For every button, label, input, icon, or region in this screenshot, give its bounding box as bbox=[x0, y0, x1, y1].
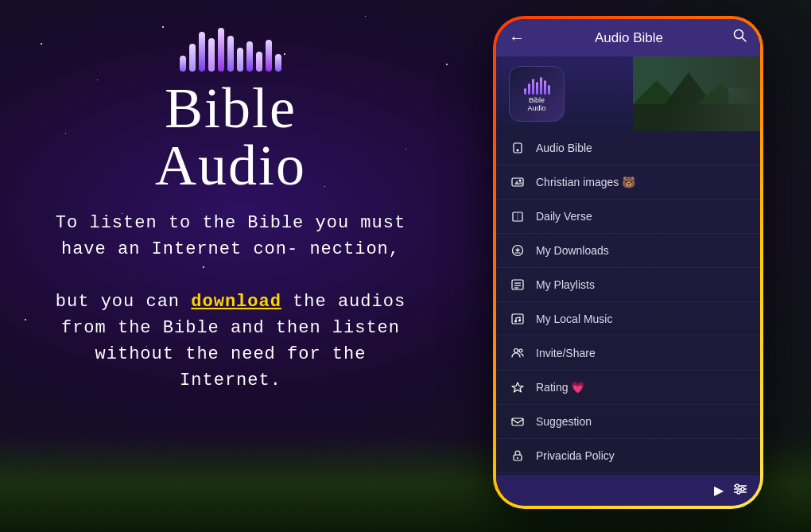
svg-point-29 bbox=[517, 457, 518, 459]
menu-item-3[interactable]: My Downloads bbox=[496, 234, 760, 268]
menu-item-icon-8 bbox=[509, 413, 526, 430]
menu-item-label-0: Audio Bible bbox=[536, 142, 592, 154]
app-logo-section: BibleAudio bbox=[496, 56, 760, 131]
title-line1: Bible bbox=[165, 76, 297, 140]
app-logo-icon: BibleAudio bbox=[509, 66, 565, 122]
svg-line-1 bbox=[742, 37, 746, 41]
logo-bar-0 bbox=[524, 88, 526, 95]
audio-bar-10 bbox=[275, 54, 281, 72]
svg-marker-5 bbox=[665, 72, 712, 104]
menu-item-icon-1 bbox=[509, 173, 526, 191]
menu-item-8[interactable]: Suggestion bbox=[496, 405, 760, 439]
menu-item-7[interactable]: Rating 💗 bbox=[496, 371, 760, 405]
title-line2: Audio bbox=[155, 134, 306, 197]
menu-item-icon-2 bbox=[509, 208, 526, 225]
logo-bar-4 bbox=[540, 77, 542, 95]
app-title: Bible Audio bbox=[155, 80, 306, 194]
svg-point-24 bbox=[514, 349, 518, 353]
audio-bar-9 bbox=[266, 40, 272, 72]
menu-item-label-6: Invite/Share bbox=[536, 347, 596, 359]
scene-background bbox=[633, 56, 760, 131]
audio-bar-7 bbox=[246, 41, 253, 72]
audio-bar-0 bbox=[180, 56, 186, 72]
svg-rect-21 bbox=[512, 314, 523, 324]
svg-marker-26 bbox=[512, 382, 523, 392]
logo-bar-1 bbox=[528, 83, 530, 95]
phone-outer-border: ← Audio Bible BibleAudio bbox=[493, 16, 763, 509]
svg-point-25 bbox=[519, 349, 522, 352]
menu-item-0[interactable]: Audio Bible bbox=[496, 131, 760, 165]
audio-bar-6 bbox=[237, 48, 243, 72]
svg-marker-12 bbox=[518, 181, 523, 184]
menu-item-9[interactable]: Privacida Policy bbox=[496, 439, 760, 473]
svg-point-35 bbox=[737, 491, 740, 494]
logo-bar-3 bbox=[536, 82, 538, 95]
menu-item-label-4: My Playlists bbox=[536, 278, 595, 291]
svg-point-33 bbox=[735, 484, 739, 487]
audio-bar-1 bbox=[189, 44, 196, 72]
desc-part1: To listen to the Bible you must have an … bbox=[56, 213, 406, 259]
svg-point-9 bbox=[517, 150, 519, 152]
menu-item-5[interactable]: My Local Music bbox=[496, 302, 760, 336]
logo-text: BibleAudio bbox=[527, 96, 545, 112]
logo-area: Bible Audio bbox=[24, 24, 437, 194]
menu-item-icon-4 bbox=[509, 276, 526, 293]
menu-item-icon-0 bbox=[509, 139, 526, 157]
audio-bar-2 bbox=[199, 32, 205, 72]
menu-item-label-9: Privacida Policy bbox=[536, 449, 615, 462]
left-content-area: Bible Audio To listen to the Bible you m… bbox=[24, 24, 437, 394]
menu-item-label-2: Daily Verse bbox=[536, 210, 592, 223]
menu-item-icon-6 bbox=[509, 344, 526, 362]
menu-item-label-1: Christian images 🐻 bbox=[536, 176, 635, 188]
svg-point-23 bbox=[518, 320, 521, 322]
menu-item-6[interactable]: Invite/Share bbox=[496, 336, 760, 371]
logo-bar-2 bbox=[532, 79, 534, 95]
download-word: download bbox=[191, 292, 281, 312]
audio-bar-8 bbox=[256, 52, 262, 72]
menu-item-label-3: My Downloads bbox=[536, 244, 609, 257]
svg-marker-6 bbox=[697, 84, 744, 104]
search-button[interactable] bbox=[733, 29, 747, 47]
menu-item-2[interactable]: Daily Verse bbox=[496, 200, 760, 234]
svg-rect-3 bbox=[633, 104, 760, 131]
description-text: To listen to the Bible you must have an … bbox=[24, 210, 437, 394]
audio-bar-5 bbox=[227, 36, 234, 72]
equalizer-icon bbox=[733, 483, 747, 498]
menu-item-icon-7 bbox=[509, 379, 526, 396]
audio-bars-logo bbox=[180, 24, 281, 72]
menu-item-icon-9 bbox=[509, 447, 526, 464]
menu-list: Audio BibleChristian images 🐻Daily Verse… bbox=[496, 131, 760, 475]
svg-point-22 bbox=[514, 320, 517, 323]
menu-item-4[interactable]: My Playlists bbox=[496, 268, 760, 302]
phone-screen: ← Audio Bible BibleAudio bbox=[496, 19, 760, 506]
desc-part2: but you can bbox=[56, 292, 180, 312]
audio-bar-3 bbox=[208, 38, 215, 72]
logo-bar-5 bbox=[544, 80, 546, 95]
audio-bar-4 bbox=[218, 28, 224, 72]
menu-item-icon-5 bbox=[509, 310, 526, 328]
menu-item-label-8: Suggestion bbox=[536, 415, 592, 428]
play-button[interactable]: ▶ bbox=[714, 483, 724, 498]
menu-item-icon-3 bbox=[509, 242, 526, 259]
phone-container: ← Audio Bible BibleAudio bbox=[493, 16, 763, 509]
svg-point-34 bbox=[741, 487, 744, 491]
player-bar: ▶ bbox=[496, 475, 760, 506]
header-title: Audio Bible bbox=[595, 30, 663, 46]
menu-item-1[interactable]: Christian images 🐻 bbox=[496, 165, 760, 200]
logo-bar-6 bbox=[548, 85, 550, 95]
app-header: ← Audio Bible bbox=[496, 19, 760, 56]
menu-item-label-7: Rating 💗 bbox=[536, 381, 584, 394]
svg-point-13 bbox=[519, 180, 522, 182]
menu-item-label-5: My Local Music bbox=[536, 313, 612, 325]
svg-rect-7 bbox=[728, 88, 760, 104]
back-button[interactable]: ← bbox=[509, 29, 525, 47]
svg-rect-27 bbox=[512, 418, 523, 425]
logo-bars bbox=[524, 76, 550, 95]
